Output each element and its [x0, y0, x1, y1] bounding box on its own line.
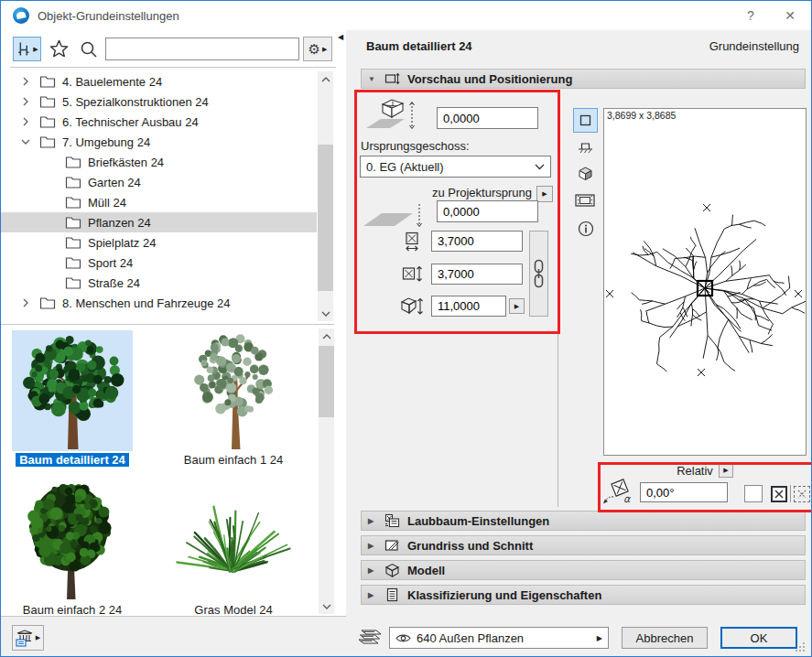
offset-input[interactable]: [437, 200, 538, 222]
preview-mode-info-button[interactable]: [578, 221, 594, 240]
offset-to-plane-icon: [362, 202, 428, 234]
favorites-button[interactable]: [49, 38, 70, 62]
tree-item-stra-e-24[interactable]: Straße 24: [1, 273, 317, 293]
collapse-panel-button[interactable]: ◀: [338, 33, 343, 41]
info-icon: [578, 221, 594, 237]
tree-item-label: 8. Menschen und Fahrzeuge 24: [62, 296, 231, 310]
thumbnail-image: [173, 330, 294, 451]
depth-input[interactable]: [431, 264, 523, 285]
flyout-arrow-icon: ▶: [723, 467, 728, 474]
tree-item-briefk-sten-24[interactable]: Briefkästen 24: [1, 152, 317, 172]
tree-item-m-ll-24[interactable]: Müll 24: [1, 192, 317, 212]
section-grundriss-und-schnitt[interactable]: ▶ Grundriss und Schnitt: [361, 535, 806, 555]
proportional-link-button[interactable]: [529, 231, 548, 317]
tree-item-7-umgebung-24[interactable]: 7. Umgebung 24: [1, 132, 317, 152]
expander-collapsed-icon[interactable]: [19, 95, 32, 108]
elevation-input[interactable]: [437, 107, 538, 129]
tree-item-4-bauelemente-24[interactable]: 4. Bauelemente 24: [1, 71, 317, 92]
app-logo-icon: [13, 7, 29, 24]
scrollbar-thumb[interactable]: [319, 346, 334, 417]
tree-item-pflanzen-24[interactable]: Pflanzen 24: [1, 212, 317, 232]
thumbnail-image: [12, 480, 133, 601]
scroll-down-button[interactable]: [318, 306, 333, 321]
tree-item-6-technischer-ausbau-24[interactable]: 6. Technischer Ausbau 24: [1, 112, 317, 132]
settings-menu-button[interactable]: ⚙ ▶: [303, 37, 332, 61]
relativ-label: Relativ: [677, 464, 713, 478]
help-button[interactable]: ?: [739, 5, 763, 26]
height-icon: [400, 296, 424, 320]
cancel-button[interactable]: Abbrechen: [622, 627, 708, 649]
tree-item-label: Briefkästen 24: [88, 156, 164, 169]
thumbnail-baum-einfach-1-24[interactable]: Baum einfach 1 24: [173, 330, 294, 467]
preview-mode-3d-button[interactable]: [578, 166, 593, 184]
layer-stack-icon: [356, 630, 382, 649]
tree-item-8-menschen-und-fahrzeuge-24[interactable]: 8. Menschen und Fahrzeuge 24: [1, 293, 317, 313]
preview-mode-movie-button[interactable]: [575, 193, 595, 210]
section-modell[interactable]: ▶ Modell: [361, 560, 806, 580]
home-story-select[interactable]: 0. EG (Aktuell): [360, 156, 551, 178]
ok-button[interactable]: OK: [720, 627, 797, 649]
height-input[interactable]: [431, 296, 506, 317]
expander-collapsed-icon[interactable]: [19, 115, 32, 128]
relativ-flyout-button[interactable]: ▶: [719, 463, 733, 478]
scroll-down-button[interactable]: [319, 598, 334, 614]
square-2d-icon: [579, 114, 591, 126]
flyout-arrow-icon: ▶: [542, 190, 547, 198]
scroll-up-button[interactable]: [318, 71, 333, 87]
hotspot-option-empty-button[interactable]: [744, 485, 763, 502]
folder-icon: [65, 176, 81, 189]
tree-item-label: Garten 24: [88, 176, 141, 189]
layer-value: 640 Außen Pflanzen: [417, 631, 524, 645]
search-button[interactable]: [80, 40, 98, 61]
resize-grip[interactable]: [796, 642, 807, 653]
thumbnail-image: [173, 480, 294, 601]
tree-item-5-spezialkonstruktionen-24[interactable]: 5. Spezialkonstruktionen 24: [1, 92, 317, 112]
preview-mode-2d-button[interactable]: [573, 108, 598, 133]
rotation-angle-input[interactable]: [640, 482, 728, 502]
width-input[interactable]: [431, 231, 523, 252]
tree-item-garten-24[interactable]: Garten 24: [1, 172, 317, 192]
thumbnail-scrollbar[interactable]: [319, 328, 334, 614]
object-type-button[interactable]: ▶: [13, 37, 41, 61]
scrollbar-thumb[interactable]: [318, 145, 333, 291]
gear-icon: ⚙: [309, 42, 320, 56]
preview-mode-elevation-button[interactable]: [578, 140, 593, 156]
expander-collapsed-icon[interactable]: [19, 296, 32, 309]
hotspot-option-custom-button[interactable]: [794, 486, 810, 502]
chevron-down-icon: [322, 604, 331, 609]
expander-collapsed-icon[interactable]: [19, 75, 32, 88]
scroll-up-button[interactable]: [319, 328, 334, 344]
section-collapsed-icon: ▶: [368, 591, 377, 599]
parameters-icon: [384, 513, 400, 528]
tree-item-label: 7. Umgebung 24: [62, 135, 150, 149]
tree-top-view-drawing: [604, 109, 806, 455]
star-icon: [49, 38, 70, 59]
chevron-down-icon: [321, 311, 330, 317]
section-label: Klassifizierung und Eigenschaften: [407, 588, 601, 602]
to-project-origin-flyout-button[interactable]: ▶: [536, 186, 553, 202]
hotspot-option-center-button[interactable]: [771, 486, 787, 502]
close-button[interactable]: ✕: [778, 5, 802, 26]
expander-expanded-icon[interactable]: [19, 135, 32, 148]
flyout-arrow-icon: ▶: [597, 634, 602, 642]
search-icon: [80, 40, 98, 59]
section-klassifizierung-und-eigenschaften[interactable]: ▶ Klassifizierung und Eigenschaften: [361, 585, 806, 605]
library-manager-button[interactable]: ▶: [12, 625, 44, 651]
section-preview-positioning[interactable]: ▼ Vorschau und Positionierung: [361, 69, 806, 89]
section-laubbaum-einstellungen[interactable]: ▶ Laubbaum-Einstellungen: [361, 511, 806, 531]
thumbnail-baum-einfach-2-24[interactable]: Baum einfach 2 24: [12, 480, 133, 617]
tree-item-spielplatz-24[interactable]: Spielplatz 24: [1, 232, 317, 253]
svg-text:α: α: [623, 493, 632, 505]
to-project-origin-label[interactable]: zu Projektursprung: [411, 186, 532, 199]
layer-select[interactable]: 640 Außen Pflanzen ▶: [389, 627, 609, 649]
home-story-value: 0. EG (Aktuell): [366, 160, 444, 174]
tree-scrollbar[interactable]: [318, 71, 333, 321]
x-mark-icon: [773, 488, 785, 501]
thumbnail-baum-detailliert-24[interactable]: Baum detailliert 24: [12, 330, 133, 467]
tree-item-sport-24[interactable]: Sport 24: [1, 253, 317, 273]
section-expanded-icon: ▼: [368, 75, 377, 83]
height-flyout-button[interactable]: ▶: [509, 298, 525, 314]
search-input[interactable]: [105, 38, 299, 60]
folder-icon: [39, 75, 56, 89]
thumbnail-gras-model-24[interactable]: Gras Model 24: [173, 480, 294, 617]
